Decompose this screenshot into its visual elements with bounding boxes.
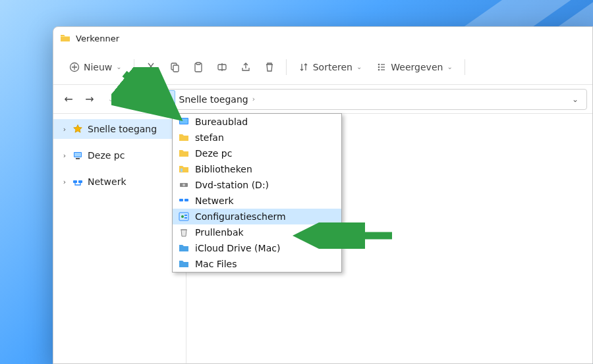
view-button[interactable]: Weergeven ⌄ <box>370 58 459 76</box>
separator <box>465 59 465 75</box>
svg-rect-6 <box>196 63 200 65</box>
star-icon <box>72 124 83 134</box>
dropdown-item-mac-files[interactable]: Mac Files <box>173 256 341 272</box>
forward-button[interactable]: → <box>80 90 99 109</box>
svg-rect-12 <box>74 153 81 157</box>
network-icon <box>72 176 83 187</box>
chevron-right-icon: › <box>61 125 68 134</box>
dropdown-item-desktop[interactable]: Bureaublad <box>173 114 341 130</box>
view-button-label: Weergeven <box>391 63 443 72</box>
svg-point-20 <box>183 184 185 186</box>
chevron-right-icon: › <box>61 178 68 186</box>
annotation-arrow <box>111 67 197 140</box>
sort-button-label: Sorteren <box>313 63 353 72</box>
title-bar: Verkenner <box>53 27 592 49</box>
sort-button[interactable]: Sorteren ⌄ <box>292 58 369 76</box>
dropdown-item-label: stefan <box>195 132 224 143</box>
address-history-chevron[interactable]: ⌄ <box>567 95 584 104</box>
svg-rect-15 <box>78 180 82 183</box>
folder-icon <box>60 33 71 43</box>
recycle-bin-icon <box>178 226 190 238</box>
dvd-icon <box>178 179 190 191</box>
svg-rect-13 <box>76 158 80 159</box>
share-button[interactable] <box>235 57 257 77</box>
svg-rect-18 <box>181 169 183 172</box>
svg-line-27 <box>125 74 177 117</box>
sidebar-item-this-pc[interactable]: › Deze pc <box>53 145 186 165</box>
svg-rect-25 <box>184 215 187 216</box>
chevron-right-icon: › <box>61 151 68 160</box>
dropdown-item-label: Netwerk <box>195 195 234 206</box>
folder-icon <box>178 147 190 159</box>
dropdown-item-label: Mac Files <box>195 259 237 269</box>
svg-point-8 <box>378 63 380 65</box>
chevron-down-icon: ⌄ <box>356 64 362 70</box>
dropdown-item-libraries[interactable]: Bibliotheken <box>173 161 341 177</box>
control-panel-icon <box>178 211 190 222</box>
navigation-pane: › Snelle toegang › Deze pc › Netwerk <box>53 114 186 363</box>
dropdown-item-label: Prullenbak <box>195 227 244 238</box>
libraries-icon <box>178 163 190 175</box>
sidebar-item-network[interactable]: › Netwerk <box>53 172 186 192</box>
svg-rect-22 <box>184 199 188 201</box>
delete-button[interactable] <box>258 57 281 77</box>
rename-button[interactable] <box>211 57 233 77</box>
dropdown-item-label: Deze pc <box>195 148 232 159</box>
folder-icon <box>178 258 190 270</box>
dropdown-item-label: Configuratiescherm <box>195 211 286 222</box>
sidebar-item-label: Netwerk <box>88 176 127 187</box>
annotation-arrow <box>287 222 399 249</box>
sidebar-item-label: Deze pc <box>88 150 125 161</box>
dropdown-item-user[interactable]: stefan <box>173 130 341 145</box>
separator <box>286 59 287 75</box>
svg-point-9 <box>378 66 380 68</box>
dropdown-item-this-pc[interactable]: Deze pc <box>173 145 341 161</box>
dropdown-item-network[interactable]: Netwerk <box>173 193 341 209</box>
back-button[interactable]: ← <box>59 90 78 109</box>
pc-icon <box>72 150 83 161</box>
dropdown-item-label: Bureaublad <box>195 117 248 127</box>
dropdown-item-label: Bibliotheken <box>195 164 252 174</box>
chevron-right-icon: › <box>252 95 255 103</box>
new-button-label: Nieuw <box>84 63 112 72</box>
address-bar[interactable]: ⌄ Snelle toegang › ⌄ <box>147 89 587 110</box>
svg-rect-26 <box>184 217 187 219</box>
window-title: Verkenner <box>76 34 119 43</box>
svg-rect-21 <box>179 199 183 201</box>
folder-icon <box>178 242 190 254</box>
dropdown-item-label: Dvd-station (D:) <box>195 180 269 190</box>
svg-point-24 <box>181 215 184 218</box>
svg-rect-14 <box>73 180 77 183</box>
chevron-down-icon: ⌄ <box>447 64 452 70</box>
network-icon <box>178 195 190 207</box>
svg-point-10 <box>378 68 380 70</box>
dropdown-item-label: iCloud Drive (Mac) <box>195 243 280 253</box>
dropdown-item-dvd[interactable]: Dvd-station (D:) <box>173 177 341 193</box>
